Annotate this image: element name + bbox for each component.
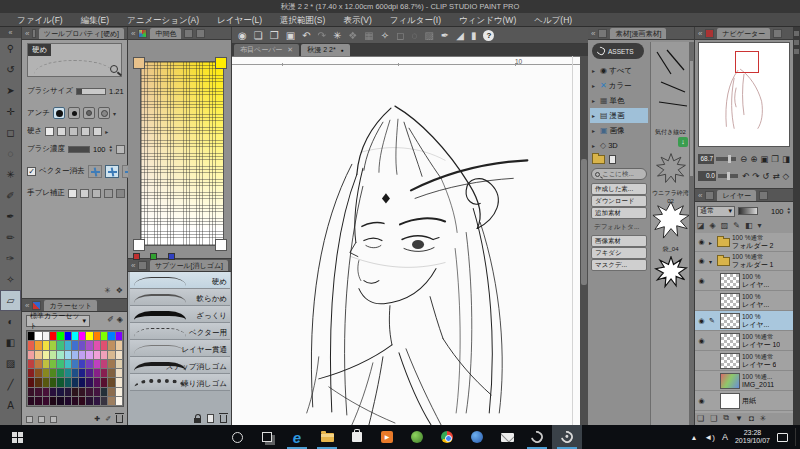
tool-button[interactable]: ⚲ (0, 38, 21, 59)
navigator-rotate-button[interactable]: ↶ (742, 171, 749, 181)
layer-row[interactable]: 100 %通常レイヤー 10 (695, 331, 793, 351)
material-search-input[interactable]: ここに検... (591, 168, 647, 180)
approx-color-tab-icon[interactable] (184, 29, 193, 38)
palette-swatch[interactable] (50, 369, 56, 377)
palette-swatch[interactable] (50, 351, 56, 359)
layer-row[interactable]: 100 %レイヤ... (695, 271, 793, 291)
palette-swatch[interactable] (35, 378, 41, 386)
palette-swatch[interactable] (28, 341, 34, 349)
taskbar-clip-studio-paint[interactable] (552, 425, 582, 449)
tool-button[interactable]: ✒ (0, 206, 21, 227)
vector-erase-intersection-button[interactable] (105, 165, 119, 178)
command-bar-icon[interactable]: ? (483, 30, 494, 41)
tool-button[interactable]: ▱ (0, 290, 21, 311)
palette-swatch[interactable] (50, 341, 56, 349)
layer-toolbar-icon[interactable]: ◧ (745, 221, 753, 230)
layer-thumbnail[interactable] (720, 333, 740, 349)
command-bar-icon[interactable]: ▦ (364, 30, 373, 41)
palette-swatch[interactable] (72, 341, 78, 349)
palette-swatch[interactable] (108, 388, 114, 396)
palette-swatch[interactable] (79, 378, 85, 386)
stabilization-step-4[interactable] (104, 189, 113, 198)
folder-expand-icon[interactable]: ▸ (709, 239, 715, 246)
command-bar-icon[interactable]: ↷ (318, 30, 326, 41)
layer-thumbnail[interactable] (720, 353, 740, 369)
layer-visibility-toggle[interactable] (696, 277, 707, 285)
material-tag-button[interactable]: 追加素材 (591, 207, 647, 219)
palette-swatch[interactable] (57, 397, 63, 405)
history-tab-icon[interactable] (196, 29, 205, 38)
palette-swatch[interactable] (43, 332, 49, 340)
palette-swatch[interactable] (50, 397, 56, 405)
magnifier-icon[interactable] (110, 65, 118, 73)
collapsed-dock-strip[interactable] (793, 27, 800, 425)
palette-swatch[interactable] (86, 388, 92, 396)
hardness-step-1[interactable] (45, 127, 54, 136)
palette-swatch[interactable] (28, 388, 34, 396)
stabilization-step-2[interactable] (80, 189, 89, 198)
layer-toolbar-icon[interactable]: ✎ (733, 221, 740, 230)
palette-swatch[interactable] (43, 341, 49, 349)
navigator-zoom-button[interactable]: ◨ (782, 154, 790, 164)
palette-swatch[interactable] (94, 369, 100, 377)
blue-channel-chip[interactable] (168, 253, 175, 260)
corner-color-top-right[interactable] (215, 57, 227, 69)
sub-tool-tab[interactable]: サブツール[消しゴム] (150, 260, 228, 271)
palette-swatch[interactable] (57, 341, 63, 349)
palette-swatch[interactable] (57, 360, 63, 368)
palette-swatch[interactable] (72, 360, 78, 368)
sub-tool-item[interactable]: 硬め (130, 272, 230, 289)
taskbar-cortana[interactable] (222, 425, 252, 449)
palette-swatch[interactable] (43, 378, 49, 386)
layer-toolbar-icon[interactable]: ◪ (697, 221, 705, 230)
palette-swatch[interactable] (35, 360, 41, 368)
palette-swatch[interactable] (79, 332, 85, 340)
palette-swatch[interactable] (108, 378, 114, 386)
material-scrollbar[interactable] (689, 42, 694, 425)
taskbar-green-app[interactable] (402, 425, 432, 449)
tool-button[interactable]: ✑ (0, 248, 21, 269)
palette-swatch[interactable] (65, 378, 71, 386)
material-tag-button[interactable]: フキダシ (591, 247, 647, 259)
taskbar-store[interactable] (342, 425, 372, 449)
material-thumb-speedlines[interactable] (651, 44, 691, 124)
list-view-icon[interactable] (609, 155, 616, 164)
command-bar-icon[interactable]: ✧ (381, 30, 389, 41)
tool-button[interactable]: ◌ (0, 143, 21, 164)
palette-swatch[interactable] (116, 388, 122, 396)
material-thumb-flash2[interactable] (653, 256, 689, 290)
palette-view-list-icon[interactable] (50, 416, 57, 423)
palette-swatch[interactable] (86, 351, 92, 359)
palette-swatch[interactable] (86, 341, 92, 349)
command-bar-icon[interactable]: ◻ (396, 30, 404, 41)
layer-visibility-toggle[interactable] (696, 397, 707, 405)
palette-swatch[interactable] (72, 388, 78, 396)
layer-row[interactable]: 100 %通...IMG_2011 (695, 371, 793, 391)
panel-collapse-icon[interactable]: « (131, 261, 135, 270)
palette-swatch[interactable] (72, 378, 78, 386)
layer-visibility-toggle[interactable] (696, 337, 707, 345)
command-bar-icon[interactable]: ❖ (348, 30, 357, 41)
clip-studio-assets-button[interactable]: ASSETS (592, 43, 644, 59)
palette-swatch[interactable] (108, 341, 114, 349)
panel-collapse-icon[interactable]: « (698, 29, 702, 38)
palette-view-small-icon[interactable] (26, 416, 33, 423)
palette-swatch[interactable] (50, 378, 56, 386)
palette-swatch[interactable] (65, 388, 71, 396)
start-button[interactable] (0, 425, 34, 449)
taskbar-movies-tv[interactable]: ▶ (372, 425, 402, 449)
layer-row-selected[interactable]: ✎ 100 %レイヤ... (695, 311, 793, 331)
layer-property-tab-icon[interactable] (759, 191, 768, 200)
palette-swatch[interactable] (79, 341, 85, 349)
palette-swatch[interactable] (57, 388, 63, 396)
canvas-vertical-scrollbar[interactable] (580, 56, 588, 425)
brush-density-stepper[interactable]: ▲▼ (109, 145, 113, 153)
anti-aliasing-strong[interactable] (98, 107, 110, 119)
palette-swatch[interactable] (101, 397, 107, 405)
layer-toolbar-icon[interactable]: ◈ (710, 221, 716, 230)
palette-swatch[interactable] (79, 388, 85, 396)
palette-swatch[interactable] (79, 369, 85, 377)
palette-swatch[interactable] (35, 388, 41, 396)
intermediate-color-tab[interactable]: 中間色 (150, 28, 181, 39)
layer-thumbnail[interactable] (720, 313, 740, 329)
